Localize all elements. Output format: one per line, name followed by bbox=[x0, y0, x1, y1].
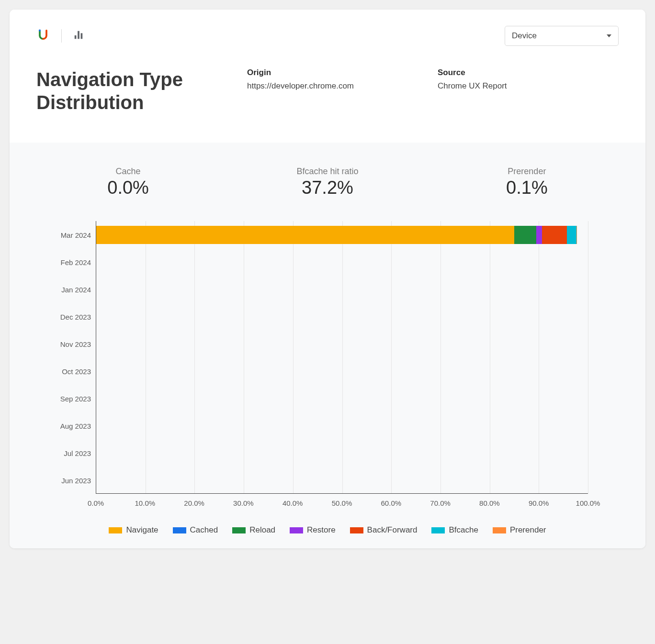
legend-label-reload: Reload bbox=[249, 525, 275, 535]
source-block: Source Chrome UX Report bbox=[438, 68, 619, 91]
bar-segment bbox=[567, 226, 577, 244]
bar-row bbox=[96, 280, 588, 299]
bar-segment bbox=[542, 226, 566, 244]
y-axis-label: Sep 2023 bbox=[34, 394, 91, 402]
bar-row bbox=[96, 444, 588, 462]
legend-item-bfcache: Bfcache bbox=[431, 525, 478, 535]
y-axis-label: Jun 2023 bbox=[34, 476, 91, 484]
y-axis-label: Mar 2024 bbox=[34, 231, 91, 239]
bar-segment bbox=[576, 226, 577, 244]
bar-row bbox=[96, 226, 588, 244]
chart-plot-area bbox=[96, 221, 588, 494]
swatch-restore bbox=[290, 527, 303, 533]
bar-segment bbox=[514, 226, 536, 244]
bar-row bbox=[96, 417, 588, 435]
origin-value: https://developer.chrome.com bbox=[247, 81, 428, 91]
kpi-prerender: Prerender 0.1% bbox=[506, 167, 548, 198]
kpi-prerender-value: 0.1% bbox=[506, 178, 548, 198]
svg-rect-2 bbox=[78, 31, 79, 39]
chart: 0.0%10.0%20.0%30.0%40.0%50.0%60.0%70.0%8… bbox=[34, 221, 602, 518]
swatch-reload bbox=[232, 527, 246, 533]
legend-item-back-forward: Back/Forward bbox=[350, 525, 418, 535]
divider bbox=[61, 29, 62, 43]
bar-row bbox=[96, 389, 588, 408]
y-axis-label: Feb 2024 bbox=[34, 258, 91, 266]
gridline bbox=[588, 221, 588, 493]
legend-item-navigate: Navigate bbox=[109, 525, 158, 535]
x-axis-tick: 50.0% bbox=[332, 499, 352, 507]
kpi-cache-label: Cache bbox=[107, 167, 149, 177]
y-axis-label: Jan 2024 bbox=[34, 285, 91, 293]
svg-rect-3 bbox=[81, 33, 83, 39]
y-axis-label: Oct 2023 bbox=[34, 367, 91, 375]
header-row: Navigation Type Distribution Origin http… bbox=[36, 68, 619, 114]
header-section: Device Navigation Type Distribution Orig… bbox=[10, 10, 645, 143]
kpi-bfcache-value: 37.2% bbox=[296, 178, 358, 198]
kpi-cache: Cache 0.0% bbox=[107, 167, 149, 198]
origin-label: Origin bbox=[247, 68, 428, 78]
bar-row bbox=[96, 362, 588, 380]
bar-row bbox=[96, 253, 588, 271]
legend-label-navigate: Navigate bbox=[126, 525, 158, 535]
x-axis-tick: 80.0% bbox=[479, 499, 500, 507]
svg-point-0 bbox=[39, 30, 41, 32]
x-axis-tick: 100.0% bbox=[576, 499, 600, 507]
top-bar: Device bbox=[36, 26, 619, 46]
bar-row bbox=[96, 471, 588, 489]
bar-row bbox=[96, 335, 588, 353]
chevron-down-icon bbox=[607, 34, 611, 37]
x-axis-tick: 70.0% bbox=[430, 499, 451, 507]
swatch-prerender bbox=[493, 527, 506, 533]
y-axis-label: Nov 2023 bbox=[34, 340, 91, 348]
source-value: Chrome UX Report bbox=[438, 81, 619, 91]
kpi-bfcache: Bfcache hit ratio 37.2% bbox=[296, 167, 358, 198]
legend-item-reload: Reload bbox=[232, 525, 275, 535]
x-axis-tick: 30.0% bbox=[233, 499, 254, 507]
x-axis-tick: 60.0% bbox=[381, 499, 402, 507]
bar-chart-icon bbox=[73, 30, 84, 42]
dashboard-card: Device Navigation Type Distribution Orig… bbox=[10, 10, 645, 548]
origin-block: Origin https://developer.chrome.com bbox=[247, 68, 428, 91]
legend-item-cached: Cached bbox=[173, 525, 218, 535]
x-axis-tick: 0.0% bbox=[88, 499, 104, 507]
content-section: Cache 0.0% Bfcache hit ratio 37.2% Prere… bbox=[10, 143, 645, 548]
legend-item-prerender: Prerender bbox=[493, 525, 546, 535]
legend-label-prerender: Prerender bbox=[510, 525, 546, 535]
kpi-cache-value: 0.0% bbox=[107, 178, 149, 198]
y-axis-label: Aug 2023 bbox=[34, 422, 91, 430]
legend: Navigate Cached Reload Restore Back/Forw… bbox=[34, 522, 621, 537]
logo-group bbox=[36, 28, 84, 44]
legend-label-back-forward: Back/Forward bbox=[367, 525, 418, 535]
bar-segment bbox=[536, 226, 542, 244]
swatch-navigate bbox=[109, 527, 122, 533]
bar-row bbox=[96, 308, 588, 326]
kpi-bfcache-label: Bfcache hit ratio bbox=[296, 167, 358, 177]
swatch-bfcache bbox=[431, 527, 445, 533]
legend-label-cached: Cached bbox=[190, 525, 218, 535]
device-select[interactable]: Device bbox=[505, 26, 619, 46]
legend-label-restore: Restore bbox=[307, 525, 336, 535]
swatch-back-forward bbox=[350, 527, 363, 533]
source-label: Source bbox=[438, 68, 619, 78]
page-title: Navigation Type Distribution bbox=[36, 68, 237, 114]
bar-segment bbox=[96, 226, 514, 244]
crux-logo-icon bbox=[36, 28, 50, 44]
x-axis-tick: 90.0% bbox=[529, 499, 549, 507]
device-select-label: Device bbox=[512, 31, 537, 41]
svg-rect-1 bbox=[75, 35, 77, 39]
y-axis-label: Dec 2023 bbox=[34, 312, 91, 321]
x-axis-tick: 10.0% bbox=[135, 499, 156, 507]
legend-label-bfcache: Bfcache bbox=[449, 525, 478, 535]
swatch-cached bbox=[173, 527, 186, 533]
x-axis-tick: 40.0% bbox=[282, 499, 303, 507]
legend-item-restore: Restore bbox=[290, 525, 336, 535]
x-axis-tick: 20.0% bbox=[184, 499, 204, 507]
y-axis-label: Jul 2023 bbox=[34, 449, 91, 457]
kpi-row: Cache 0.0% Bfcache hit ratio 37.2% Prere… bbox=[34, 167, 621, 198]
kpi-prerender-label: Prerender bbox=[506, 167, 548, 177]
